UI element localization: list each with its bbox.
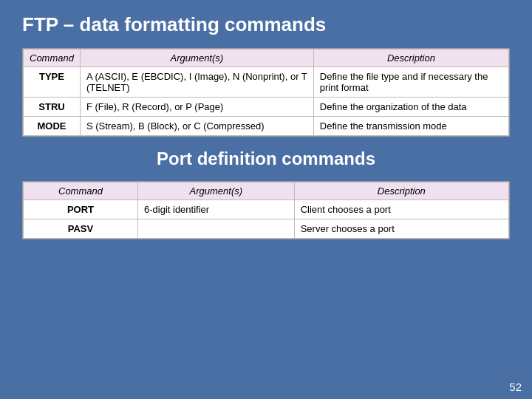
slide-subtitle: Port definition commands (22, 149, 510, 169)
top-row2-arguments: F (File), R (Record), or P (Page) (80, 98, 313, 117)
slide-title: FTP – data formatting commands (22, 13, 510, 36)
bottom-row1-description: Client chooses a port (294, 200, 508, 219)
table-row: MODE S (Stream), B (Block), or C (Compre… (24, 117, 509, 136)
top-table-header-command: Command (24, 50, 81, 67)
table-row: TYPE A (ASCII), E (EBCDIC), I (Image), N… (24, 67, 509, 98)
bottom-row2-arguments (137, 219, 294, 239)
top-row3-description: Define the transmission mode (313, 117, 508, 136)
top-row3-arguments: S (Stream), B (Block), or C (Compressed) (80, 117, 313, 136)
bottom-table-header-description: Description (294, 183, 508, 200)
top-row2-command: STRU (24, 98, 81, 117)
bottom-row1-arguments: 6-digit identifier (137, 200, 294, 219)
top-table-header-arguments: Argument(s) (80, 50, 313, 67)
top-table-header-description: Description (313, 50, 508, 67)
table-row: PORT 6-digit identifier Client chooses a… (24, 200, 509, 219)
bottom-table-container: Command Argument(s) Description PORT 6-d… (22, 181, 510, 239)
top-row1-command: TYPE (24, 67, 81, 98)
bottom-table-header-arguments: Argument(s) (137, 183, 294, 200)
top-row2-description: Define the organization of the data (313, 98, 508, 117)
top-table-header-row: Command Argument(s) Description (24, 50, 509, 67)
top-row3-command: MODE (24, 117, 81, 136)
table-row: STRU F (File), R (Record), or P (Page) D… (24, 98, 509, 117)
top-table: Command Argument(s) Description TYPE A (… (23, 49, 509, 136)
bottom-row2-description: Server chooses a port (294, 219, 508, 239)
top-row1-description: Define the file type and if necessary th… (313, 67, 508, 98)
bottom-table: Command Argument(s) Description PORT 6-d… (23, 182, 509, 239)
slide: FTP – data formatting commands Command A… (0, 0, 532, 399)
top-row1-arguments: A (ASCII), E (EBCDIC), I (Image), N (Non… (80, 67, 313, 98)
page-number: 52 (509, 381, 522, 393)
bottom-row1-command: PORT (24, 200, 138, 219)
bottom-table-header-row: Command Argument(s) Description (24, 183, 509, 200)
bottom-table-header-command: Command (24, 183, 138, 200)
table-row: PASV Server chooses a port (24, 219, 509, 239)
top-table-container: Command Argument(s) Description TYPE A (… (22, 48, 510, 137)
bottom-row2-command: PASV (24, 219, 138, 239)
